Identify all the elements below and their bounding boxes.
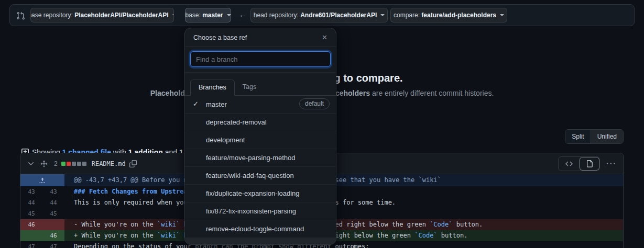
head-repository-value: Andre601/PlaceholderAPI [300, 12, 377, 19]
caret-down-icon [500, 14, 504, 16]
copy-icon[interactable] [129, 160, 137, 167]
base-ref-label: base: [185, 12, 202, 19]
code-line: Depending on the status of your branch c… [64, 241, 623, 248]
line-number[interactable]: 46 [42, 230, 64, 241]
git-compare-icon [17, 12, 25, 20]
branch-name: deprecated-removal [206, 118, 267, 126]
changed-lines-count: 2 [54, 160, 58, 167]
line-number[interactable]: 45 [42, 208, 64, 219]
file-name: README.md [92, 160, 126, 167]
caret-down-icon [227, 14, 231, 16]
branch-item-fix/duplicate-expansion-loading[interactable]: fix/duplicate-expansion-loading [185, 185, 336, 202]
line-number[interactable] [42, 219, 64, 230]
branch-item-deprecated-removal[interactable]: deprecated-removal [185, 114, 336, 131]
diffstat-square-neutral [72, 162, 76, 166]
compare-ref-label: compare: [394, 12, 421, 19]
rich-diff-button[interactable] [579, 157, 599, 171]
base-repository-selector[interactable]: base repository: PlaceholderAPI/Placehol… [30, 8, 174, 22]
branch-name: fix/duplicate-expansion-loading [206, 189, 300, 197]
chevron-down-icon[interactable] [27, 160, 35, 168]
base-ref-value: master [202, 12, 223, 19]
branch-name: feature/move-parsing-method [206, 154, 296, 162]
tab-tags[interactable]: Tags [235, 80, 264, 96]
code-line: @@ -43,7 +43,7 @@ Before you make any ch… [64, 174, 623, 186]
line-number[interactable]: 44 [42, 197, 64, 208]
branch-item-feature/wiki-add-faq-question[interactable]: feature/wiki-add-faq-question [185, 167, 336, 185]
branch-name: feature/wiki-add-faq-question [206, 172, 294, 179]
dropdown-title: Choose a base ref [193, 34, 247, 41]
close-icon[interactable]: ✕ [321, 33, 329, 41]
default-badge: default [299, 98, 330, 109]
check-icon: ✓ [193, 100, 199, 108]
source-view-button[interactable] [559, 157, 579, 171]
base-ref-selector[interactable]: base: master [185, 8, 231, 22]
compare-ref-value: feature/add-placeholders [421, 12, 496, 19]
base-ref-dropdown: Choose a base ref ✕ Branches Tags ✓maste… [184, 28, 336, 245]
drag-handle-icon[interactable] [40, 160, 48, 168]
branch-item-development[interactable]: development [185, 131, 336, 149]
code-line: - While you're on the `wiki` branch, cli… [64, 219, 623, 230]
line-number[interactable]: 45 [20, 208, 42, 219]
diffstat-square-added [61, 162, 66, 166]
diff-display-group [558, 156, 600, 171]
kebab-menu-icon[interactable]: ··· [606, 160, 617, 168]
line-number[interactable]: 46 [20, 219, 42, 230]
ref-type-tabs: Branches Tags [185, 73, 336, 96]
line-number[interactable]: 43 [20, 186, 42, 197]
branch-item-remove-ecloud-toggle-command[interactable]: remove-ecloud-toggle-command [185, 220, 336, 238]
branch-name: remove-ecloud-toggle-command [206, 225, 304, 233]
split-view-button[interactable]: Split [565, 130, 590, 143]
code-line: + While you're on the `wiki` branch, pre… [64, 230, 623, 241]
line-number[interactable]: 44 [20, 197, 42, 208]
find-branch-input[interactable] [190, 51, 331, 67]
diff-view-toggle: Split Unified [565, 129, 624, 144]
unified-view-button[interactable]: Unified [591, 130, 623, 143]
branch-filter [185, 47, 336, 73]
line-number[interactable]: 47 [20, 241, 42, 248]
branch-item-feature/move-parsing-method[interactable]: feature/move-parsing-method [185, 149, 336, 167]
expand-up-icon [38, 176, 47, 185]
branch-item-wiki[interactable]: wiki [185, 238, 336, 245]
head-repository-selector[interactable]: head repository: Andre601/PlaceholderAPI [250, 8, 388, 22]
caret-down-icon [380, 14, 385, 16]
compare-ref-selector[interactable]: compare: feature/add-placeholders [390, 8, 507, 22]
line-number[interactable] [20, 230, 42, 241]
branch-list: ✓masterdefaultdeprecated-removaldevelopm… [185, 96, 336, 245]
diffstat-square-neutral [77, 162, 81, 166]
branch-name: development [206, 136, 245, 144]
code-line [64, 208, 623, 219]
branch-item-fix/872-fix-inxonsisten-parsing[interactable]: fix/872-fix-inxonsisten-parsing [185, 202, 336, 220]
diffstat-square-neutral [82, 162, 86, 166]
dropdown-header: Choose a base ref ✕ [185, 28, 336, 47]
line-number[interactable]: 47 [42, 241, 64, 248]
branch-name: master [206, 100, 227, 108]
code-line: This is only required when your fork of … [64, 197, 623, 208]
code-line: ### Fetch Changes from Upstream [64, 186, 623, 197]
base-repository-value: PlaceholderAPI/PlaceholderAPI [74, 12, 168, 19]
branch-item-master[interactable]: ✓masterdefault [185, 96, 336, 114]
compare-toolbar: base repository: PlaceholderAPI/Placehol… [9, 4, 635, 26]
tab-branches[interactable]: Branches [190, 80, 235, 96]
diffstat-square-deleted [67, 162, 71, 166]
base-repository-label: base repository: [30, 12, 74, 19]
expand-hunk-button[interactable] [20, 174, 64, 186]
branch-name: fix/872-fix-inxonsisten-parsing [206, 207, 296, 215]
message-text: are entirely different commit histories. [370, 89, 494, 97]
branch-name: wiki [206, 243, 217, 245]
caret-down-icon [172, 14, 174, 16]
head-repository-label: head repository: [254, 12, 300, 19]
left-arrow-icon: ← [239, 10, 247, 19]
diffstat [61, 162, 88, 166]
line-number[interactable]: 43 [42, 186, 64, 197]
